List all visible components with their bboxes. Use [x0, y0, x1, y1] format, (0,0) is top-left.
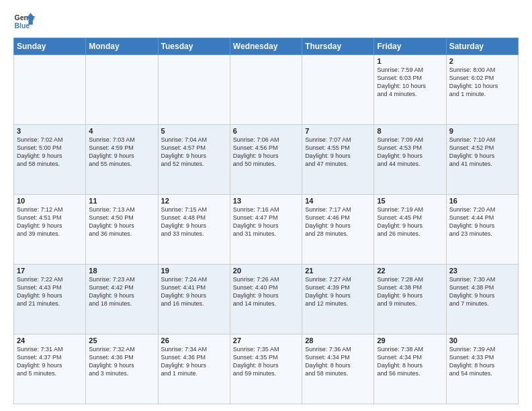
calendar-day-cell: 21Sunrise: 7:27 AM Sunset: 4:39 PM Dayli…	[302, 265, 374, 334]
day-info: Sunrise: 7:24 AM Sunset: 4:41 PM Dayligh…	[161, 275, 227, 308]
calendar-day-cell: 22Sunrise: 7:28 AM Sunset: 4:38 PM Dayli…	[374, 265, 446, 334]
day-info: Sunrise: 7:30 AM Sunset: 4:38 PM Dayligh…	[449, 275, 515, 308]
calendar-header-tuesday: Tuesday	[158, 38, 230, 55]
day-info: Sunrise: 7:59 AM Sunset: 6:03 PM Dayligh…	[377, 66, 443, 99]
day-number: 20	[233, 267, 299, 275]
day-info: Sunrise: 7:19 AM Sunset: 4:45 PM Dayligh…	[377, 205, 443, 238]
calendar-week-row: 1Sunrise: 7:59 AM Sunset: 6:03 PM Daylig…	[14, 55, 519, 125]
day-number: 10	[17, 197, 83, 205]
calendar-day-cell: 6Sunrise: 7:06 AM Sunset: 4:56 PM Daylig…	[230, 125, 302, 195]
day-info: Sunrise: 7:39 AM Sunset: 4:33 PM Dayligh…	[449, 345, 515, 378]
day-number: 3	[17, 127, 83, 135]
calendar-day-cell: 23Sunrise: 7:30 AM Sunset: 4:38 PM Dayli…	[446, 265, 518, 334]
calendar-week-row: 3Sunrise: 7:02 AM Sunset: 5:00 PM Daylig…	[14, 125, 519, 195]
calendar-header-friday: Friday	[374, 38, 446, 55]
day-number: 6	[233, 127, 299, 135]
calendar-day-cell: 20Sunrise: 7:26 AM Sunset: 4:40 PM Dayli…	[230, 265, 302, 334]
day-info: Sunrise: 7:03 AM Sunset: 4:59 PM Dayligh…	[89, 136, 154, 169]
calendar-header-monday: Monday	[86, 38, 158, 55]
day-number: 2	[449, 57, 515, 65]
calendar-day-cell: 27Sunrise: 7:35 AM Sunset: 4:35 PM Dayli…	[230, 334, 302, 404]
day-info: Sunrise: 7:35 AM Sunset: 4:35 PM Dayligh…	[233, 345, 299, 378]
calendar-day-cell: 29Sunrise: 7:38 AM Sunset: 4:34 PM Dayli…	[374, 334, 446, 404]
day-info: Sunrise: 7:32 AM Sunset: 4:36 PM Dayligh…	[89, 345, 154, 378]
day-number: 27	[233, 336, 299, 345]
day-number: 23	[449, 267, 515, 275]
day-info: Sunrise: 7:36 AM Sunset: 4:34 PM Dayligh…	[305, 345, 371, 378]
svg-text:Blue: Blue	[15, 22, 30, 30]
calendar-day-cell: 24Sunrise: 7:31 AM Sunset: 4:37 PM Dayli…	[14, 334, 86, 404]
day-info: Sunrise: 7:02 AM Sunset: 5:00 PM Dayligh…	[17, 136, 83, 169]
day-number: 15	[377, 197, 443, 205]
day-info: Sunrise: 7:23 AM Sunset: 4:42 PM Dayligh…	[89, 275, 154, 308]
day-number: 29	[377, 336, 443, 345]
day-number: 28	[305, 336, 371, 345]
day-info: Sunrise: 7:27 AM Sunset: 4:39 PM Dayligh…	[305, 275, 371, 308]
calendar-day-cell: 12Sunrise: 7:15 AM Sunset: 4:48 PM Dayli…	[158, 195, 230, 265]
calendar-day-cell: 2Sunrise: 8:00 AM Sunset: 6:02 PM Daylig…	[446, 55, 518, 125]
calendar-day-cell: 18Sunrise: 7:23 AM Sunset: 4:42 PM Dayli…	[86, 265, 158, 334]
calendar-day-cell: 17Sunrise: 7:22 AM Sunset: 4:43 PM Dayli…	[14, 265, 86, 334]
calendar-header-row: SundayMondayTuesdayWednesdayThursdayFrid…	[14, 38, 519, 55]
calendar-day-cell	[302, 55, 374, 125]
day-number: 4	[89, 127, 154, 135]
day-info: Sunrise: 7:10 AM Sunset: 4:52 PM Dayligh…	[449, 136, 515, 169]
calendar-day-cell	[86, 55, 158, 125]
day-info: Sunrise: 7:06 AM Sunset: 4:56 PM Dayligh…	[233, 136, 299, 169]
day-number: 18	[89, 267, 154, 275]
day-number: 11	[89, 197, 154, 205]
day-info: Sunrise: 7:09 AM Sunset: 4:53 PM Dayligh…	[377, 136, 443, 169]
calendar-week-row: 24Sunrise: 7:31 AM Sunset: 4:37 PM Dayli…	[14, 334, 519, 404]
logo-icon: General Blue	[13, 11, 35, 32]
day-number: 5	[161, 127, 227, 135]
day-number: 30	[449, 336, 515, 345]
day-info: Sunrise: 7:31 AM Sunset: 4:37 PM Dayligh…	[17, 345, 83, 378]
day-info: Sunrise: 7:12 AM Sunset: 4:51 PM Dayligh…	[17, 205, 83, 238]
calendar-header-wednesday: Wednesday	[230, 38, 302, 55]
calendar-day-cell: 4Sunrise: 7:03 AM Sunset: 4:59 PM Daylig…	[86, 125, 158, 195]
logo: General Blue	[13, 11, 35, 32]
calendar-day-cell: 8Sunrise: 7:09 AM Sunset: 4:53 PM Daylig…	[374, 125, 446, 195]
calendar-day-cell: 9Sunrise: 7:10 AM Sunset: 4:52 PM Daylig…	[446, 125, 518, 195]
calendar-day-cell: 16Sunrise: 7:20 AM Sunset: 4:44 PM Dayli…	[446, 195, 518, 265]
calendar-day-cell: 14Sunrise: 7:17 AM Sunset: 4:46 PM Dayli…	[302, 195, 374, 265]
day-number: 17	[17, 267, 83, 275]
calendar-day-cell: 11Sunrise: 7:13 AM Sunset: 4:50 PM Dayli…	[86, 195, 158, 265]
header: General Blue	[13, 11, 519, 32]
calendar-day-cell	[158, 55, 230, 125]
calendar-day-cell: 26Sunrise: 7:34 AM Sunset: 4:36 PM Dayli…	[158, 334, 230, 404]
calendar-week-row: 17Sunrise: 7:22 AM Sunset: 4:43 PM Dayli…	[14, 265, 519, 334]
calendar-day-cell	[14, 55, 86, 125]
day-info: Sunrise: 7:28 AM Sunset: 4:38 PM Dayligh…	[377, 275, 443, 308]
calendar-day-cell: 1Sunrise: 7:59 AM Sunset: 6:03 PM Daylig…	[374, 55, 446, 125]
day-info: Sunrise: 8:00 AM Sunset: 6:02 PM Dayligh…	[449, 66, 515, 99]
day-number: 24	[17, 336, 83, 345]
calendar-day-cell: 7Sunrise: 7:07 AM Sunset: 4:55 PM Daylig…	[302, 125, 374, 195]
day-info: Sunrise: 7:04 AM Sunset: 4:57 PM Dayligh…	[161, 136, 227, 169]
calendar-day-cell: 28Sunrise: 7:36 AM Sunset: 4:34 PM Dayli…	[302, 334, 374, 404]
day-number: 12	[161, 197, 227, 205]
day-info: Sunrise: 7:34 AM Sunset: 4:36 PM Dayligh…	[161, 345, 227, 378]
day-info: Sunrise: 7:13 AM Sunset: 4:50 PM Dayligh…	[89, 205, 154, 238]
day-number: 9	[449, 127, 515, 135]
calendar-day-cell: 19Sunrise: 7:24 AM Sunset: 4:41 PM Dayli…	[158, 265, 230, 334]
calendar-day-cell: 5Sunrise: 7:04 AM Sunset: 4:57 PM Daylig…	[158, 125, 230, 195]
calendar-day-cell: 30Sunrise: 7:39 AM Sunset: 4:33 PM Dayli…	[446, 334, 518, 404]
day-number: 14	[305, 197, 371, 205]
day-number: 26	[161, 336, 227, 345]
day-number: 19	[161, 267, 227, 275]
calendar-day-cell: 3Sunrise: 7:02 AM Sunset: 5:00 PM Daylig…	[14, 125, 86, 195]
day-info: Sunrise: 7:38 AM Sunset: 4:34 PM Dayligh…	[377, 345, 443, 378]
calendar-day-cell: 25Sunrise: 7:32 AM Sunset: 4:36 PM Dayli…	[86, 334, 158, 404]
day-info: Sunrise: 7:20 AM Sunset: 4:44 PM Dayligh…	[449, 205, 515, 238]
day-number: 13	[233, 197, 299, 205]
day-info: Sunrise: 7:16 AM Sunset: 4:47 PM Dayligh…	[233, 205, 299, 238]
calendar-day-cell: 13Sunrise: 7:16 AM Sunset: 4:47 PM Dayli…	[230, 195, 302, 265]
calendar-week-row: 10Sunrise: 7:12 AM Sunset: 4:51 PM Dayli…	[14, 195, 519, 265]
day-info: Sunrise: 7:17 AM Sunset: 4:46 PM Dayligh…	[305, 205, 371, 238]
calendar-header-thursday: Thursday	[302, 38, 374, 55]
calendar-day-cell: 10Sunrise: 7:12 AM Sunset: 4:51 PM Dayli…	[14, 195, 86, 265]
day-number: 8	[377, 127, 443, 135]
day-number: 21	[305, 267, 371, 275]
calendar-header-sunday: Sunday	[14, 38, 86, 55]
